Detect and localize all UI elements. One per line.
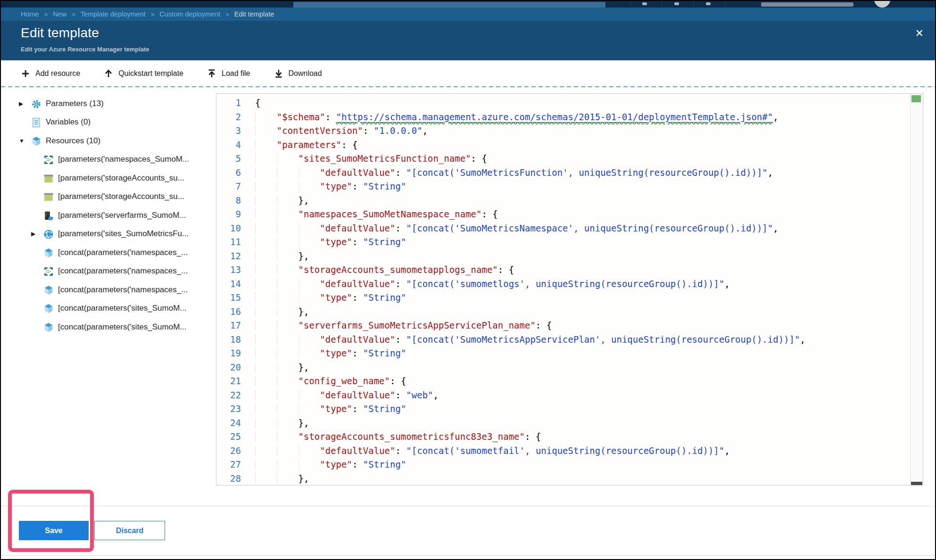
notifications-icon[interactable] [642, 2, 647, 5]
tree-item[interactable]: ▶[parameters('sites_SumoMetricsFu... [15, 225, 216, 244]
topbar-divider [725, 1, 725, 7]
code-text[interactable]: "namespaces_SumoMetNamespace_name": { [255, 207, 498, 222]
tree-item[interactable]: [parameters('storageAccounts_su... [15, 169, 216, 188]
caret-expanded-icon[interactable]: ▼ [19, 138, 31, 144]
close-icon[interactable]: ✕ [915, 28, 924, 39]
code-line[interactable]: 26 "defaultValue": "[concat('sumometfail… [216, 444, 910, 458]
code-text[interactable]: "storageAccounts_sumometricsfunc83e3_nam… [255, 430, 541, 444]
tree-item[interactable]: [concat(parameters('namespaces_... [15, 262, 216, 281]
tree-item-label: [parameters('sites_SumoMetricsFu... [58, 229, 189, 239]
settings-icon[interactable] [674, 2, 679, 5]
code-text[interactable]: "$schema": "https://schema.management.az… [255, 110, 779, 124]
caret-collapsed-icon[interactable]: ▶ [19, 100, 31, 107]
code-line[interactable]: 24 }, [216, 416, 910, 430]
scrollbar-thumb[interactable] [911, 482, 922, 485]
schema-url-link[interactable]: "https://schema.management.azure.com/sch… [336, 112, 773, 122]
code-line[interactable]: 23 "type": "String" [216, 402, 910, 416]
tree-item[interactable]: [parameters('namespaces_SumoM... [15, 150, 216, 169]
code-text[interactable]: }, [255, 416, 309, 430]
breadcrumb-item-home[interactable]: Home [21, 10, 39, 18]
code-line[interactable]: 6 "defaultValue": "[concat('SumoMetricsF… [216, 166, 910, 180]
code-line[interactable]: 16 }, [216, 305, 910, 319]
code-text[interactable]: "type": "String" [255, 458, 406, 472]
code-text[interactable]: }, [255, 305, 309, 319]
search-input[interactable] [293, 2, 605, 8]
editor-scrollbar[interactable] [910, 94, 923, 485]
help-icon[interactable] [706, 2, 711, 5]
code-text[interactable]: "defaultValue": "[concat('sumometfail', … [255, 444, 730, 458]
tree-item[interactable]: [concat(parameters('sites_SumoM... [15, 299, 216, 318]
code-line[interactable]: 27 "type": "String" [216, 458, 910, 472]
tree-item[interactable]: ▶Parameters (13) [15, 94, 216, 113]
tree-item[interactable]: [concat(parameters('sites_SumoM... [15, 318, 216, 337]
code-line[interactable]: 13 "storageAccounts_sumometapplogs_name"… [216, 263, 910, 277]
breadcrumb-item-new[interactable]: New [53, 10, 66, 18]
toolbar-add-resource-button[interactable]: Add resource [21, 69, 80, 78]
toolbar-load-file-button[interactable]: Load file [207, 69, 250, 78]
avatar[interactable] [874, 0, 890, 8]
code-line[interactable]: 18 "defaultValue": "[concat('SumoMetrics… [216, 333, 910, 347]
code-line[interactable]: 1{ [216, 96, 910, 110]
code-text[interactable]: "parameters": { [255, 138, 357, 152]
code-text[interactable]: { [255, 96, 260, 110]
code-line[interactable]: 2 "$schema": "https://schema.management.… [216, 110, 910, 124]
code-text[interactable]: "type": "String" [255, 402, 406, 416]
json-editor[interactable]: 1{2 "$schema": "https://schema.managemen… [216, 93, 923, 486]
code-text[interactable]: "storageAccounts_sumometapplogs_name": { [255, 263, 514, 277]
code-line[interactable]: 20 }, [216, 361, 910, 375]
code-line[interactable]: 22 "defaultValue": "web", [216, 388, 910, 403]
code-text[interactable]: }, [255, 472, 309, 486]
code-line[interactable]: 4 "parameters": { [216, 138, 910, 152]
toolbar-quickstart-template-button[interactable]: Quickstart template [104, 69, 183, 78]
code-text[interactable]: }, [255, 194, 309, 208]
code-text[interactable]: "contentVersion": "1.0.0.0", [255, 124, 428, 138]
code-line[interactable]: 21 "config_web_name": { [216, 374, 910, 388]
code-line[interactable]: 12 }, [216, 249, 910, 264]
save-button[interactable]: Save [19, 521, 89, 540]
code-text[interactable]: "type": "String" [255, 235, 406, 249]
tree-item[interactable]: [concat(parameters('namespaces_... [15, 243, 216, 262]
code-line[interactable]: 8 }, [216, 194, 910, 208]
code-line[interactable]: 9 "namespaces_SumoMetNamespace_name": { [216, 207, 910, 222]
code-line[interactable]: 19 "type": "String" [216, 346, 910, 361]
code-text[interactable]: "type": "String" [255, 180, 406, 194]
code-line[interactable]: 10 "defaultValue": "[concat('SumoMetrics… [216, 222, 910, 236]
topbar-divider [662, 1, 663, 7]
code-text[interactable]: "defaultValue": "web", [255, 388, 439, 403]
code-text[interactable]: "serverfarms_SumoMetricsAppServicePlan_n… [255, 319, 552, 333]
tree-item[interactable]: ▼Resources (10) [15, 132, 216, 150]
code-line[interactable]: 14 "defaultValue": "[concat('sumometlogs… [216, 277, 910, 291]
editor-code[interactable]: 1{2 "$schema": "https://schema.managemen… [216, 96, 910, 486]
breadcrumb-item-custom-deployment[interactable]: Custom deployment [159, 10, 220, 18]
code-text[interactable]: }, [255, 249, 309, 264]
code-line[interactable]: 28 }, [216, 472, 910, 486]
tree-item-label: [concat(parameters('sites_SumoM... [58, 304, 187, 313]
breadcrumb-separator-icon: > [72, 11, 75, 18]
code-line[interactable]: 11 "type": "String" [216, 235, 910, 249]
toolbar-download-button[interactable]: Download [274, 69, 322, 78]
code-line[interactable]: 17 "serverfarms_SumoMetricsAppServicePla… [216, 319, 910, 333]
code-line[interactable]: 15 "type": "String" [216, 291, 910, 305]
code-text[interactable]: "config_web_name": { [255, 374, 406, 388]
code-text[interactable]: "type": "String" [255, 346, 406, 361]
code-line[interactable]: 3 "contentVersion": "1.0.0.0", [216, 124, 910, 138]
code-line[interactable]: 25 "storageAccounts_sumometricsfunc83e3_… [216, 430, 910, 444]
discard-button[interactable]: Discard [94, 521, 165, 540]
tree-item[interactable]: Variables (0) [15, 113, 216, 132]
code-text[interactable]: "defaultValue": "[concat('SumoMetricsFun… [255, 166, 773, 180]
caret-collapsed-icon[interactable]: ▶ [31, 231, 43, 237]
code-text[interactable]: "defaultValue": "[concat('SumoMetricsNam… [255, 222, 779, 236]
code-line[interactable]: 5 "sites_SumoMetricsFunction_name": { [216, 152, 910, 166]
line-number: 24 [216, 416, 241, 430]
code-text[interactable]: }, [255, 361, 309, 375]
code-line[interactable]: 7 "type": "String" [216, 180, 910, 194]
code-text[interactable]: "type": "String" [255, 291, 406, 305]
tree-item[interactable]: [parameters('serverfarms_SumoM... [15, 206, 216, 225]
code-text[interactable]: "defaultValue": "[concat('SumoMetricsApp… [255, 333, 805, 347]
tree-item[interactable]: [parameters('storageAccounts_su... [15, 188, 216, 206]
line-number: 6 [216, 166, 241, 180]
tree-item[interactable]: [concat(parameters('namespaces_... [15, 280, 216, 299]
code-text[interactable]: "sites_SumoMetricsFunction_name": { [255, 152, 487, 166]
code-text[interactable]: "defaultValue": "[concat('sumometlogs', … [255, 277, 730, 291]
breadcrumb-item-template-deployment[interactable]: Template deployment [81, 10, 146, 18]
